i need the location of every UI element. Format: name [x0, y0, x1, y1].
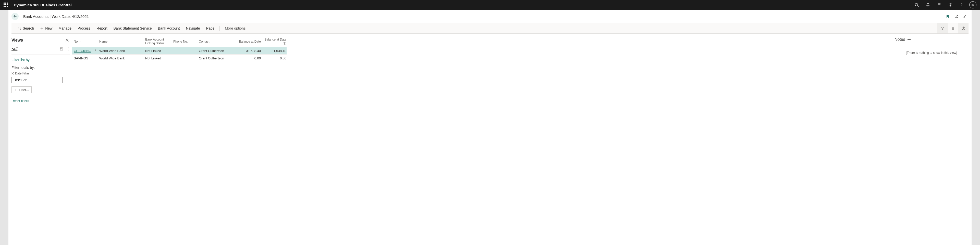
actionbar-separator [220, 26, 220, 31]
factbox-toggle[interactable] [958, 23, 969, 33]
cell-no: SAVINGS [72, 56, 98, 60]
avatar-initials: IK [972, 3, 974, 6]
cell-contact: Grant Culbertson [197, 56, 237, 60]
user-avatar[interactable]: IK [969, 1, 977, 8]
cell-linking: Not Linked [144, 56, 172, 60]
col-bal-date-lcy[interactable]: Balance at Date ($) [262, 38, 288, 45]
cell-contact: Grant Culbertson [197, 49, 237, 53]
svg-point-7 [963, 27, 964, 28]
topbar-right: IK [912, 0, 978, 10]
manage-action[interactable]: Manage [56, 23, 75, 33]
table-row[interactable]: CHECKING ⋮ World Wide Bank Not Linked Gr… [72, 47, 286, 54]
bank-account-label: Bank Account [158, 26, 180, 30]
help-icon[interactable] [956, 0, 967, 10]
svg-point-10 [68, 50, 68, 51]
views-heading: Views [11, 38, 23, 43]
new-action[interactable]: New [37, 23, 56, 33]
views-header: Views [11, 37, 70, 46]
filter-totals-label: Filter totals by: [11, 63, 70, 71]
page-title: Bank Accounts | Work Date: 4/12/2021 [23, 14, 89, 19]
views-row-actions [59, 47, 70, 51]
grid-pane: No. Name Bank Account Linking Status Pho… [72, 34, 889, 245]
col-linking[interactable]: Bank Account Linking Status [144, 38, 172, 45]
grid-header-row: No. Name Bank Account Linking Status Pho… [72, 36, 286, 47]
page-action-label: Page [206, 26, 215, 30]
views-all[interactable]: *All [11, 47, 18, 51]
remove-chip-icon [11, 72, 14, 75]
process-action[interactable]: Process [75, 23, 94, 33]
page-action[interactable]: Page [203, 23, 218, 33]
info-icon [961, 26, 966, 30]
app-launcher-icon[interactable] [3, 3, 8, 7]
close-icon[interactable] [64, 37, 70, 43]
save-view-icon[interactable] [59, 47, 64, 51]
views-more-icon[interactable] [66, 47, 70, 51]
cell-name: World Wide Bank [98, 56, 144, 60]
filters-pane: Views *All Filte [11, 34, 72, 245]
more-options-label: More options [225, 26, 245, 30]
action-bar-left: Search New Manage Process Report Bank St… [11, 23, 248, 33]
cell-no: CHECKING ⋮ [72, 49, 98, 53]
notes-empty-message: (There is nothing to show in this view) [894, 42, 969, 55]
svg-point-2 [950, 4, 951, 6]
svg-point-8 [68, 47, 68, 48]
search-icon[interactable] [912, 0, 922, 10]
date-filter-input[interactable] [11, 77, 62, 83]
col-contact[interactable]: Contact [197, 40, 237, 44]
filter-list-by[interactable]: Filter list by... [11, 55, 70, 63]
svg-line-5 [20, 29, 21, 30]
popout-icon[interactable] [953, 13, 960, 20]
navigate-action[interactable]: Navigate [183, 23, 203, 33]
back-button[interactable] [11, 13, 19, 20]
add-filter-button[interactable]: Filter... [11, 87, 32, 93]
row-no-text[interactable]: SAVINGS [74, 56, 88, 60]
top-app-bar: Dynamics 365 Business Central IK [0, 0, 980, 10]
navigate-label: Navigate [186, 26, 200, 30]
process-label: Process [78, 26, 91, 30]
plus-icon [40, 27, 44, 30]
col-bal-date[interactable]: Balance at Date [237, 40, 262, 44]
cell-bal-date-lcy: 0.00 [262, 56, 288, 60]
row-no-link[interactable]: CHECKING [74, 49, 91, 53]
main-row: Views *All Filte [8, 34, 972, 245]
bank-statement-service-action[interactable]: Bank Statement Service [110, 23, 155, 33]
col-no[interactable]: No. [72, 40, 98, 44]
svg-point-9 [68, 49, 68, 49]
reset-filters-link[interactable]: Reset filters [11, 99, 70, 103]
page-title-text: Bank Accounts [23, 14, 48, 19]
search-icon [18, 27, 21, 30]
list-toggle[interactable] [948, 23, 958, 33]
bookmark-icon[interactable] [944, 13, 951, 20]
views-row: *All [11, 46, 70, 55]
cell-linking: Not Linked [144, 49, 172, 53]
search-action-label: Search [23, 26, 34, 30]
settings-icon[interactable] [945, 0, 956, 10]
cell-bal-date: 31,638.40 [237, 49, 262, 53]
col-name[interactable]: Name [98, 40, 144, 44]
row-menu-icon[interactable]: ⋮ [93, 49, 98, 53]
table-row[interactable]: SAVINGS World Wide Bank Not Linked Grant… [72, 54, 286, 62]
collapse-icon[interactable] [961, 13, 969, 20]
notifications-icon[interactable] [923, 0, 933, 10]
plus-icon [14, 89, 18, 92]
cell-bal-date: 0.00 [237, 56, 262, 60]
add-note-icon[interactable] [907, 38, 911, 41]
date-filter-chip-label: Date Filter [15, 72, 29, 75]
more-options-action[interactable]: More options [222, 23, 248, 33]
date-filter-chip[interactable]: Date Filter [11, 71, 70, 77]
list-icon [951, 26, 955, 30]
filter-pane-toggle[interactable] [937, 23, 948, 33]
page-header-actions [944, 13, 969, 20]
search-action[interactable]: Search [14, 23, 37, 33]
col-phone[interactable]: Phone No. [172, 40, 197, 44]
page-header: Bank Accounts | Work Date: 4/12/2021 [8, 10, 972, 23]
cell-name: World Wide Bank [98, 49, 144, 53]
manage-label: Manage [59, 26, 72, 30]
cell-bal-date-lcy: 31,638.40 [262, 49, 288, 53]
bank-account-action[interactable]: Bank Account [155, 23, 183, 33]
notes-heading: Notes [894, 37, 905, 42]
report-action[interactable]: Report [94, 23, 110, 33]
grid: No. Name Bank Account Linking Status Pho… [72, 36, 286, 62]
product-title: Dynamics 365 Business Central [14, 3, 72, 7]
flag-icon[interactable] [934, 0, 944, 10]
